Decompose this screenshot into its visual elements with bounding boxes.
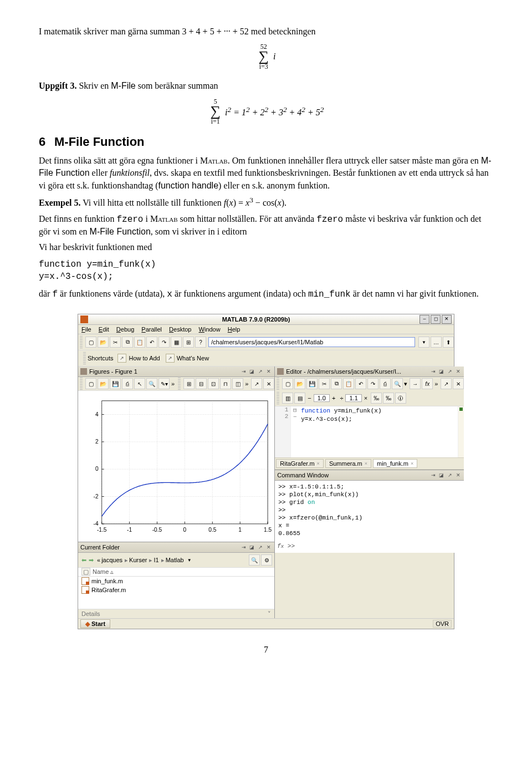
sub3-icon[interactable]: ⊡ (208, 378, 219, 389)
fx-icon[interactable]: fx (422, 378, 433, 389)
panel-menu-icon[interactable]: ◪ (438, 472, 445, 479)
nav-fwd-icon[interactable]: ➡ (89, 557, 94, 564)
current-folder-path[interactable]: /chalmers/users/jacques/Kurser/I1/Matlab (208, 337, 415, 347)
open-icon[interactable]: 📂 (294, 378, 305, 389)
save-fig-icon[interactable]: 💾 (110, 378, 121, 389)
menu-window[interactable]: Window (199, 326, 221, 333)
undo-icon[interactable]: ↶ (146, 337, 157, 348)
tab-close-icon[interactable]: × (317, 461, 320, 466)
fx-prompt-icon[interactable]: fx >> (277, 542, 295, 551)
new-icon[interactable]: ▢ (282, 378, 293, 389)
undo-icon[interactable]: ↶ (355, 378, 366, 389)
shortcut-link[interactable]: How to Add (129, 355, 160, 361)
editor-tab[interactable]: RitaGrafer.m× (276, 459, 324, 468)
sub1-icon[interactable]: ⊞ (183, 378, 195, 389)
command-window[interactable]: >> x=-1.5:0.1:1.5; >> plot(x,min_funk(x)… (275, 481, 464, 553)
undock-icon[interactable]: ↗ (446, 472, 453, 479)
fig-close-icon[interactable]: ✕ (263, 378, 274, 389)
cell-b-icon[interactable]: ‰ (383, 393, 394, 404)
panel-close-icon[interactable]: ✕ (265, 368, 272, 375)
paste-icon[interactable]: 📋 (343, 378, 354, 389)
zoom-in-icon[interactable]: 🔍 (146, 378, 157, 389)
undock-icon[interactable]: ↗ (257, 368, 264, 375)
panel-menu-icon[interactable]: ◪ (248, 544, 255, 551)
open-fig-icon[interactable]: 📂 (98, 378, 109, 389)
shortcut-icon[interactable]: ↗ (166, 354, 175, 363)
sub2-icon[interactable]: ⊟ (196, 378, 207, 389)
new-fig-icon[interactable]: ▢ (85, 378, 96, 389)
panel-menu-icon[interactable]: ◪ (248, 368, 255, 375)
nav-back-icon[interactable]: ⬅ (81, 557, 86, 564)
ed-undock-icon[interactable]: ↗ (441, 378, 452, 389)
cf-details[interactable]: Details ˅ (78, 609, 274, 618)
editor-body[interactable]: 1 2 ⊟ − function y=min_funk(x) y=x.^3-co… (275, 406, 464, 457)
cell-right-icon[interactable]: ▤ (294, 393, 305, 404)
tab-close-icon[interactable]: × (411, 461, 413, 466)
fold-icon[interactable]: ⊟ (291, 406, 299, 414)
crumb[interactable]: Matlab (166, 557, 184, 563)
find-icon[interactable]: 🔍 (392, 378, 403, 389)
save-icon[interactable]: 💾 (306, 378, 318, 389)
menu-desktop[interactable]: Desktop (169, 326, 191, 333)
cf-header-name[interactable]: ▢Name ▵ (78, 568, 274, 577)
brush-icon[interactable]: ✎▾ (158, 378, 170, 389)
crumb[interactable]: Kurser (129, 557, 147, 563)
shortcut-icon[interactable]: ↗ (117, 354, 126, 363)
crumb[interactable]: I1 (154, 557, 158, 563)
dock-icon[interactable]: ⇥ (429, 472, 437, 479)
undock-icon[interactable]: ↗ (446, 368, 453, 375)
gear-icon[interactable]: ⚙ (261, 554, 272, 566)
search-icon[interactable]: 🔍 (249, 554, 260, 566)
open-icon[interactable]: 📂 (98, 337, 109, 348)
dock-icon[interactable]: ⇥ (240, 544, 247, 551)
menu-edit[interactable]: Edit (99, 326, 109, 333)
redo-icon[interactable]: ↷ (367, 378, 378, 389)
paste-icon[interactable]: 📋 (134, 337, 145, 348)
scale-input-1[interactable]: 1.0 (314, 394, 330, 402)
menu-file[interactable]: File (81, 326, 91, 333)
editor-tab-active[interactable]: min_funk.m× (373, 459, 417, 468)
tab-close-icon[interactable]: × (365, 461, 367, 466)
ed-close-icon[interactable]: ✕ (453, 378, 464, 389)
browse-icon[interactable]: … (431, 337, 442, 348)
path-up-icon[interactable]: ⬆ (443, 337, 454, 348)
shortcut-link[interactable]: What's New (177, 355, 209, 361)
editor-tab[interactable]: Summera.m× (325, 459, 371, 468)
panel-close-icon[interactable]: ✕ (454, 368, 462, 375)
copy-icon[interactable]: ⧉ (331, 378, 342, 389)
pointer-icon[interactable]: ↖ (134, 378, 145, 389)
cut-icon[interactable]: ✂ (319, 378, 330, 389)
undock-icon[interactable]: ↗ (257, 544, 264, 551)
simulink-icon[interactable]: ▦ (171, 337, 182, 348)
panel-close-icon[interactable]: ✕ (454, 472, 462, 479)
menu-debug[interactable]: Debug (116, 326, 134, 333)
layout-icon[interactable]: ⊞ (183, 337, 194, 348)
scale-input-2[interactable]: 1.1 (345, 394, 361, 402)
new-icon[interactable]: ▢ (85, 337, 96, 348)
path-dropdown-icon[interactable]: ▼ (418, 337, 429, 348)
panel-close-icon[interactable]: ✕ (265, 544, 272, 551)
fold-icon[interactable]: − (291, 414, 299, 420)
fig-undock-icon[interactable]: ↗ (251, 378, 262, 389)
figure-plot[interactable]: -1.5-1-0.500.511.5-4-2024 (78, 391, 274, 542)
menu-help[interactable]: Help (228, 326, 241, 333)
cut-icon[interactable]: ✂ (110, 337, 121, 348)
close-button[interactable]: ✕ (442, 315, 452, 324)
help-icon[interactable]: ? (195, 337, 206, 348)
menu-parallel[interactable]: Parallel (141, 326, 162, 333)
cell-a-icon[interactable]: ‰ (371, 393, 382, 404)
panel-menu-icon[interactable]: ◪ (438, 368, 445, 375)
file-row[interactable]: min_funk.m (78, 577, 274, 585)
cell-left-icon[interactable]: ▥ (282, 393, 293, 404)
sub5-icon[interactable]: ◫ (232, 378, 243, 389)
sub4-icon[interactable]: ⊓ (220, 378, 231, 389)
crumb[interactable]: jacques (101, 557, 122, 563)
start-button[interactable]: ◆Start (80, 619, 110, 628)
traffic-icon[interactable]: 🛈 (395, 393, 406, 404)
file-row[interactable]: RitaGrafer.m (78, 585, 274, 594)
minimize-button[interactable]: – (420, 315, 429, 324)
print-icon[interactable]: ⎙ (122, 378, 133, 389)
print-icon[interactable]: ⎙ (380, 378, 391, 389)
dock-icon[interactable]: ⇥ (240, 368, 247, 375)
goto-icon[interactable]: → (410, 378, 421, 389)
